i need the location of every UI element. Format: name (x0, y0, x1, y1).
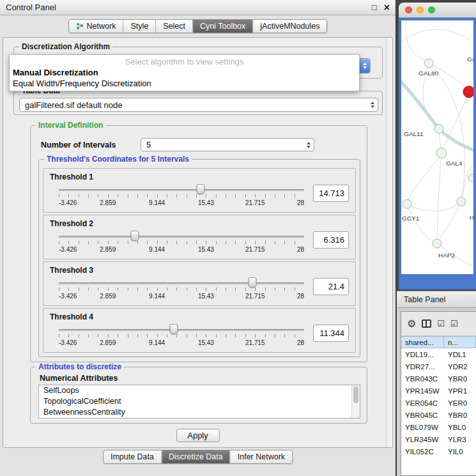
network-window: GAL80 GA GAL11 GAL4 GCY1 HAP2 H (399, 3, 476, 289)
close-icon[interactable]: × (384, 3, 390, 13)
threshold-slider[interactable]: -3.426 2.859 9.144 15.43 21.715 28 (59, 276, 304, 303)
tab-jactivemnodules[interactable]: jActiveMNodules (252, 20, 326, 33)
combo-stepper-icon[interactable] (303, 139, 314, 151)
slider-thumb[interactable] (131, 231, 139, 241)
table-cell[interactable]: YBL0 (444, 424, 476, 431)
slider-track[interactable] (59, 189, 304, 191)
table-cell[interactable]: YDL19... (401, 351, 444, 358)
table-row[interactable]: YPR145WYPR1 (401, 385, 476, 397)
float-window-icon[interactable]: □ (372, 3, 377, 12)
tab-select[interactable]: Select (155, 20, 192, 33)
zoom-traffic-light-icon[interactable] (428, 6, 435, 13)
table-data-select[interactable]: galFiltered.sif default node (19, 98, 378, 112)
interval-definition-group: Interval Definition Number of Intervals … (30, 125, 367, 362)
tick-label: 28 (297, 199, 304, 206)
slider-ticks (59, 334, 304, 337)
list-item[interactable]: SelfLoops (39, 385, 360, 396)
slider-thumb[interactable] (249, 277, 257, 288)
table-cell[interactable]: YDR27... (401, 363, 444, 371)
threshold-value-field[interactable]: 6.316 (313, 231, 349, 249)
network-node[interactable] (424, 59, 433, 68)
tab-discretize-data[interactable]: Discretize Data (161, 450, 230, 463)
slider-track[interactable] (59, 282, 304, 284)
combo-stepper-icon[interactable] (359, 59, 370, 73)
table-cell[interactable]: YIL052C (401, 448, 444, 456)
table-cell[interactable]: YBR045C (401, 411, 444, 419)
columns-icon[interactable] (422, 319, 431, 328)
table-cell[interactable]: YBR0 (444, 411, 476, 419)
table-cell[interactable]: YDL1 (444, 351, 476, 358)
thick-edge (401, 79, 473, 151)
tick-label: 21.715 (245, 199, 265, 206)
checkbox-icon[interactable]: ☑ (450, 319, 458, 328)
number-of-intervals-select[interactable]: 5 (141, 138, 314, 151)
table-cell[interactable]: YLR3 (444, 436, 476, 443)
network-canvas[interactable]: GAL80 GA GAL11 GAL4 GCY1 HAP2 H (401, 20, 473, 274)
node-label: GCY1 (402, 215, 420, 222)
gear-icon[interactable]: ⚙ (407, 319, 416, 329)
table-cell[interactable]: YPR1 (444, 387, 476, 395)
table-cell[interactable]: YBL079W (401, 424, 444, 431)
panel-scrollbar[interactable] (387, 38, 392, 447)
combo-stepper-icon[interactable] (367, 98, 378, 111)
list-scrollbar[interactable] (351, 385, 360, 418)
table-cell[interactable]: YBR0 (444, 375, 476, 383)
table-cell[interactable]: YPR145W (401, 387, 444, 395)
tab-network[interactable]: Network (69, 20, 123, 33)
threshold-value-field[interactable]: 14.713 (313, 185, 349, 202)
threshold-value-field[interactable]: 21.4 (313, 278, 349, 295)
table-row[interactable]: YBR045CYBR0 (401, 409, 476, 421)
table-row[interactable]: YDL19...YDL1 (401, 348, 476, 360)
network-node[interactable] (468, 174, 473, 181)
table-row[interactable]: YBL079WYBL0 (401, 421, 476, 433)
tab-cyni-toolbox[interactable]: Cyni Toolbox (192, 20, 252, 33)
slider-track[interactable] (59, 236, 304, 238)
list-item[interactable]: BetweennessCentrality (39, 407, 360, 418)
tick-label: 15.43 (198, 293, 214, 300)
table-row[interactable]: YBR043CYBR0 (401, 372, 476, 385)
threshold-value-field[interactable]: 11.344 (313, 325, 349, 342)
slider-thumb[interactable] (170, 324, 178, 334)
minimize-traffic-light-icon[interactable] (417, 6, 424, 13)
dropdown-option-equal-width-frequency[interactable]: Equal Width/Frequency Discretization (10, 78, 359, 89)
table-row[interactable]: YDR27...YDR2 (401, 360, 476, 372)
column-header-name[interactable]: n... (444, 336, 476, 348)
network-node[interactable] (434, 125, 443, 134)
number-of-intervals-value: 5 (141, 140, 303, 150)
tab-infer-network[interactable]: Infer Network (230, 450, 292, 463)
selected-node[interactable] (463, 86, 473, 98)
network-node[interactable] (436, 148, 447, 158)
scrollbar-thumb[interactable] (353, 387, 358, 403)
threshold-slider[interactable]: -3.426 2.859 9.144 15.43 21.715 28 (59, 183, 304, 210)
network-node[interactable] (433, 239, 441, 248)
list-item[interactable]: TopologicalCoefficient (39, 396, 360, 407)
slider-thumb[interactable] (196, 184, 204, 194)
table-cell[interactable]: YIL0 (444, 448, 476, 456)
slider-scale: -3.426 2.859 9.144 15.43 21.715 28 (59, 293, 304, 300)
network-node[interactable] (403, 199, 411, 208)
threshold-slider[interactable]: -3.426 2.859 9.144 15.43 21.715 28 (59, 323, 304, 349)
table-panel-title: Table Panel (404, 295, 445, 304)
table-cell[interactable]: YBR043C (401, 375, 444, 383)
tick-label: -3.426 (59, 293, 77, 300)
table-row[interactable]: YER054CYER0 (401, 397, 476, 409)
table-cell[interactable]: YDR2 (444, 363, 476, 371)
tick-label: 28 (297, 339, 304, 346)
table-cell[interactable]: YER0 (444, 399, 476, 407)
close-traffic-light-icon[interactable] (405, 6, 412, 13)
checkbox-icon[interactable]: ☑ (437, 319, 445, 328)
tab-impute-data[interactable]: Impute Data (104, 450, 161, 463)
table-row[interactable]: YIL052CYIL0 (401, 445, 476, 457)
table-cell[interactable]: YLR345W (401, 436, 444, 443)
table-cell[interactable]: YER054C (401, 399, 444, 407)
numerical-attributes-list[interactable]: SelfLoops TopologicalCoefficient Between… (38, 385, 360, 418)
dropdown-option-manual-discretization[interactable]: Manual Discretization (10, 67, 359, 78)
slider-track[interactable] (59, 329, 304, 331)
table-row[interactable]: YLR345WYLR3 (401, 433, 476, 445)
threshold-slider[interactable]: -3.426 2.859 9.144 15.43 21.715 28 (59, 229, 304, 256)
tab-style[interactable]: Style (123, 20, 155, 33)
network-node[interactable] (457, 197, 466, 206)
network-graph: GAL80 GA GAL11 GAL4 GCY1 HAP2 H (401, 20, 473, 274)
apply-button[interactable]: Apply (176, 429, 220, 442)
column-header-shared-name[interactable]: shared... (401, 336, 444, 348)
